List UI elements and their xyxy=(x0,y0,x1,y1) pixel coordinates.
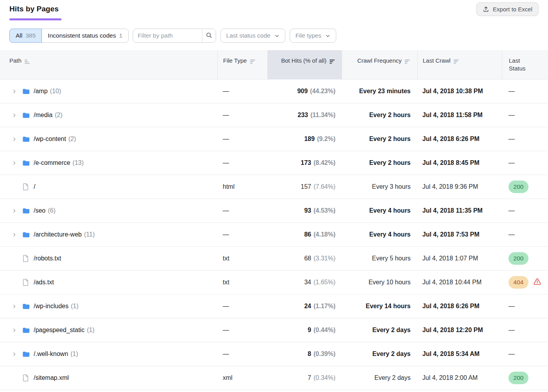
cell-bot-hits: 233 (11.34%) xyxy=(267,112,342,119)
hits-value: 233 xyxy=(297,112,308,119)
file-types-label: File types xyxy=(296,32,321,39)
table-body: /amp (10) — 909 (44.23%) Every 23 minute… xyxy=(0,79,548,390)
last-status-code-label: Last status code xyxy=(226,32,270,39)
cell-crawl-frequency: Every 2 days xyxy=(342,374,417,381)
table-row[interactable]: /.well-known (1) — 8 (0.39%) Every 2 day… xyxy=(0,342,548,366)
chevron-right-icon[interactable] xyxy=(12,352,17,357)
cell-crawl-frequency: Every 2 hours xyxy=(342,112,417,119)
hits-value: 86 xyxy=(304,231,311,238)
cell-file-type: — xyxy=(217,88,267,95)
cell-last-status: — 200 xyxy=(502,181,548,193)
cell-crawl-frequency: Every 2 days xyxy=(342,350,417,358)
tab-inconsistent-label: Inconsistent status codes xyxy=(48,32,116,39)
hits-value: 93 xyxy=(304,207,311,214)
folder-icon xyxy=(22,351,30,358)
path-text: /sitemap.xml xyxy=(34,374,69,381)
table-row[interactable]: /robots.txt txt 68 (3.31%) Every 5 hours… xyxy=(0,247,548,271)
tab-inconsistent-status-codes[interactable]: Inconsistent status codes 1 xyxy=(42,29,128,42)
path-text: /media xyxy=(34,112,52,119)
table-row[interactable]: / html 157 (7.64%) Every 3 hours Jul 4, … xyxy=(0,175,548,199)
table-row[interactable]: /wp-content (2) — 189 (9.2%) Every 2 hou… xyxy=(0,127,548,151)
cell-last-status: — xyxy=(502,135,548,143)
table-row[interactable]: /ads.txt txt 34 (1.65%) Every 10 hours J… xyxy=(0,271,548,294)
table-row[interactable]: /sitemap.xml xml 7 (0.34%) Every 2 days … xyxy=(0,366,548,390)
column-header-crawl-frequency[interactable]: Crawl Frequency xyxy=(342,50,417,79)
export-icon xyxy=(483,6,489,13)
chevron-right-icon[interactable] xyxy=(12,137,17,142)
chevron-right-icon[interactable] xyxy=(12,232,17,237)
status-dash: — xyxy=(508,303,515,310)
path-text: /architecture-web xyxy=(34,231,82,238)
hits-value: 189 xyxy=(304,135,315,143)
path-text: /ads.txt xyxy=(34,279,54,286)
status-dash: — xyxy=(508,350,515,358)
cell-crawl-frequency: Every 2 hours xyxy=(342,135,417,143)
cell-file-type: xml xyxy=(217,374,267,381)
hits-percent: (0.39%) xyxy=(314,350,335,358)
cell-file-type: txt xyxy=(217,279,267,286)
cell-bot-hits: 157 (7.64%) xyxy=(267,183,342,190)
column-header-bot-hits[interactable]: Bot Hits (% of all) xyxy=(267,50,342,79)
status-badge: 200 xyxy=(508,252,528,265)
chevron-right-icon[interactable] xyxy=(12,89,17,94)
table-row[interactable]: /e-commerce (13) — 173 (8.42%) Every 2 h… xyxy=(0,151,548,175)
path-cell: /wp-includes (1) xyxy=(0,303,217,310)
status-badge: 200 xyxy=(508,372,528,384)
path-filter-input[interactable] xyxy=(133,29,202,42)
cell-crawl-frequency: Every 3 hours xyxy=(342,183,417,190)
cell-last-status: — xyxy=(502,231,548,238)
hits-percent: (11.34%) xyxy=(310,112,335,119)
path-filter xyxy=(133,29,216,43)
hits-percent: (4.18%) xyxy=(314,231,335,238)
status-dash: — xyxy=(508,207,515,214)
chevron-right-icon[interactable] xyxy=(12,161,17,166)
table-row[interactable]: /wp-includes (1) — 24 (1.17%) Every 14 h… xyxy=(0,294,548,318)
column-header-path[interactable]: Path xyxy=(0,50,217,79)
folder-icon xyxy=(22,112,30,119)
path-cell: /wp-content (2) xyxy=(0,135,217,143)
status-dash: — xyxy=(508,159,515,166)
path-count: (1) xyxy=(71,303,79,310)
column-label: Last Crawl xyxy=(423,57,451,65)
table-header: Path File Type Bot Hits (% of all) Crawl… xyxy=(0,50,548,79)
hits-value: 173 xyxy=(301,159,311,166)
path-count: (13) xyxy=(72,159,83,166)
column-header-last-crawl[interactable]: Last Crawl xyxy=(417,50,502,79)
cell-last-crawl: Jul 4, 2018 10:44 PM xyxy=(417,279,502,286)
export-to-excel-button[interactable]: Export to Excel xyxy=(476,2,539,16)
tab-inconsistent-count: 1 xyxy=(119,32,123,39)
topbar: Hits by Pages Export to Excel All 385 In… xyxy=(0,0,548,50)
path-text: /wp-includes xyxy=(34,303,68,310)
cell-bot-hits: 34 (1.65%) xyxy=(267,279,342,286)
path-cell: /.well-known (1) xyxy=(0,350,217,358)
cell-last-crawl: Jul 4, 2018 5:34 AM xyxy=(417,350,502,358)
tab-all-label: All xyxy=(16,32,22,39)
path-text: /robots.txt xyxy=(34,255,61,262)
column-header-file-type[interactable]: File Type xyxy=(217,50,267,79)
file-types-dropdown[interactable]: File types xyxy=(290,29,336,43)
path-text: /amp xyxy=(34,88,48,95)
table-row[interactable]: /architecture-web (11) — 86 (4.18%) Ever… xyxy=(0,223,548,247)
file-icon xyxy=(22,183,30,191)
chevron-right-icon[interactable] xyxy=(12,113,17,118)
sort-icon xyxy=(405,58,411,66)
cell-crawl-frequency: Every 2 hours xyxy=(342,159,417,166)
chevron-right-icon[interactable] xyxy=(12,304,17,309)
table-row[interactable]: /media (2) — 233 (11.34%) Every 2 hours … xyxy=(0,103,548,127)
path-cell: /architecture-web (11) xyxy=(0,231,217,238)
status-badge: 200 xyxy=(508,181,528,193)
folder-icon xyxy=(22,208,30,214)
last-status-code-dropdown[interactable]: Last status code xyxy=(220,29,285,43)
chevron-right-icon[interactable] xyxy=(12,208,17,213)
path-text: / xyxy=(34,183,35,190)
search-button[interactable] xyxy=(202,29,216,42)
cell-crawl-frequency: Every 4 hours xyxy=(342,231,417,238)
table-row[interactable]: /amp (10) — 909 (44.23%) Every 23 minute… xyxy=(0,79,548,103)
cell-last-crawl: Jul 4, 2018 8:45 PM xyxy=(417,159,502,166)
table-row[interactable]: /seo (6) — 93 (4.53%) Every 4 hours Jul … xyxy=(0,199,548,223)
file-icon xyxy=(22,255,30,262)
chevron-right-icon[interactable] xyxy=(12,328,17,333)
table-row[interactable]: /pagespeed_static (1) — 9 (0.44%) Every … xyxy=(0,318,548,342)
tab-all[interactable]: All 385 xyxy=(9,29,42,43)
page-title: Hits by Pages xyxy=(9,5,539,13)
